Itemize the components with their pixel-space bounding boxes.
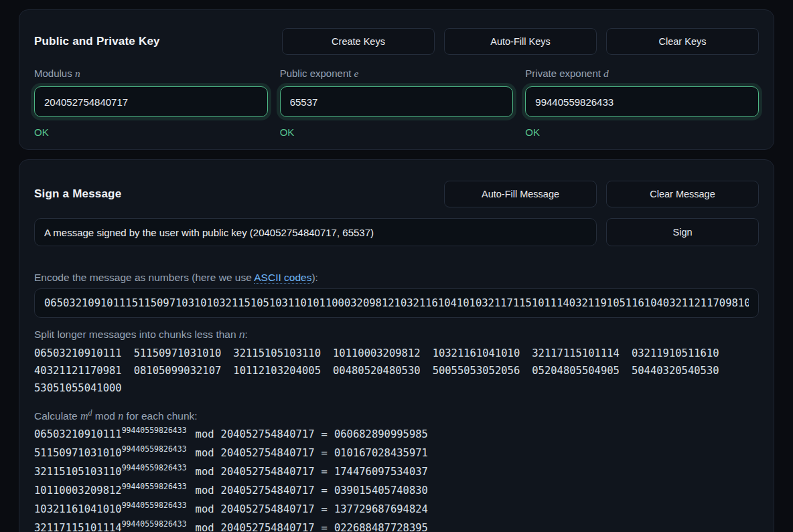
- calc-mod-keyword: mod: [196, 466, 214, 478]
- message-row: Sign: [34, 218, 759, 246]
- encode-label-post: ):: [311, 272, 317, 283]
- calc-mod-keyword: mod: [196, 522, 214, 532]
- chunk-value: 06503210910111: [34, 345, 122, 362]
- key-card-buttons: Create Keys Auto-Fill Keys Clear Keys: [282, 28, 759, 55]
- chunk-value: 03211910511610: [632, 345, 719, 362]
- modulus-status: OK: [34, 126, 268, 140]
- calc-exponent: 99440559826433: [122, 501, 187, 510]
- public-exponent-status: OK: [280, 126, 514, 140]
- calc-modulus: 204052754840717: [221, 503, 315, 515]
- calc-modulus: 204052754840717: [221, 522, 315, 532]
- chunk-value: 05204805504905: [532, 362, 620, 379]
- calc-modulus: 204052754840717: [221, 447, 315, 459]
- calc-modulus: 204052754840717: [221, 428, 315, 440]
- calc-equals: =: [321, 522, 328, 532]
- chunk-value: 53051055041000: [34, 379, 122, 397]
- calc-modulus: 204052754840717: [221, 466, 315, 478]
- split-label-post: :: [245, 329, 248, 340]
- key-card-header: Public and Private Key Create Keys Auto-…: [34, 28, 759, 55]
- sign-message-card: Sign a Message Auto-Fill Message Clear M…: [19, 159, 774, 532]
- calc-result: 022688487728395: [334, 522, 428, 532]
- chunk-value: 32117115101114: [532, 345, 620, 362]
- sign-card-header: Sign a Message Auto-Fill Message Clear M…: [34, 181, 759, 207]
- chunk-value: 10321161041010: [433, 345, 520, 362]
- public-exponent-label-var: e: [354, 68, 359, 79]
- calc-result: 060682890995985: [334, 428, 428, 440]
- calc-label-post: for each chunk:: [123, 410, 197, 422]
- sign-button[interactable]: Sign: [606, 218, 759, 246]
- message-input[interactable]: [34, 218, 597, 246]
- calc-equals: =: [321, 428, 328, 440]
- calc-result: 137729687694824: [334, 503, 428, 515]
- key-card-title: Public and Private Key: [34, 35, 160, 48]
- modulus-input[interactable]: [34, 86, 268, 117]
- calc-mod-keyword: mod: [196, 428, 214, 440]
- private-exponent-field-group: Private exponent d OK: [525, 68, 759, 140]
- sign-card-buttons: Auto-Fill Message Clear Message: [444, 181, 759, 207]
- chunk-value: 10112103204005: [233, 362, 321, 379]
- calc-base: 06503210910111: [34, 428, 122, 440]
- chunk-value: 50440320540530: [632, 362, 719, 379]
- calc-mod-keyword: mod: [196, 447, 214, 459]
- calc-modulus: 204052754840717: [221, 484, 315, 497]
- encode-label: Encode the message as numbers (here we u…: [34, 272, 759, 285]
- autofill-message-button[interactable]: Auto-Fill Message: [444, 181, 597, 207]
- public-exponent-field-group: Public exponent e OK: [280, 68, 514, 140]
- calc-equals: =: [321, 484, 328, 497]
- public-private-key-card: Public and Private Key Create Keys Auto-…: [19, 9, 774, 150]
- chunk-value: 40321121170981: [34, 362, 122, 379]
- calculation-row: 3211711510111499440559826433mod204052754…: [34, 519, 759, 532]
- public-exponent-input[interactable]: [280, 86, 514, 117]
- encoded-message-input[interactable]: [34, 288, 759, 318]
- chunk-value: 50055053052056: [433, 362, 520, 379]
- calc-label-pre: Calculate: [34, 410, 80, 422]
- calc-base: 10110003209812: [34, 484, 122, 497]
- calc-base: 32115105103110: [34, 466, 122, 478]
- calc-mod-keyword: mod: [196, 484, 214, 497]
- calculation-row: 5115097103101099440559826433mod204052754…: [34, 444, 759, 462]
- key-fields: Modulus n OK Public exponent e OK Privat…: [34, 68, 759, 140]
- calc-equals: =: [321, 503, 328, 515]
- calc-exponent: 99440559826433: [122, 426, 187, 435]
- calc-base: 10321161041010: [34, 503, 122, 515]
- create-keys-button[interactable]: Create Keys: [282, 28, 435, 55]
- calculation-row: 0650321091011199440559826433mod204052754…: [34, 425, 759, 444]
- ascii-codes-link[interactable]: ASCII codes: [254, 272, 311, 284]
- calc-label-m: m: [80, 410, 88, 422]
- encode-label-pre: Encode the message as numbers (here we u…: [34, 272, 254, 283]
- calc-result: 039015405740830: [334, 484, 428, 497]
- private-exponent-input[interactable]: [525, 86, 759, 117]
- calc-exponent: 99440559826433: [122, 444, 187, 454]
- calculation-row: 1032116104101099440559826433mod204052754…: [34, 500, 759, 519]
- split-label-pre: Split longer messages into chunks less t…: [34, 329, 239, 340]
- split-label-var: n: [239, 329, 245, 340]
- calc-result: 010167028435971: [334, 447, 428, 459]
- split-chunks-label: Split longer messages into chunks less t…: [34, 329, 759, 342]
- calculation-row: 3211510510311099440559826433mod204052754…: [34, 462, 759, 481]
- public-exponent-label-text: Public exponent: [280, 68, 354, 79]
- calc-equals: =: [321, 466, 328, 478]
- private-exponent-status: OK: [525, 126, 759, 140]
- modulus-label-text: Modulus: [34, 68, 75, 79]
- private-exponent-label-text: Private exponent: [525, 68, 603, 79]
- private-exponent-label: Private exponent d: [525, 68, 759, 81]
- modulus-field-group: Modulus n OK: [34, 68, 268, 140]
- modulus-label: Modulus n: [34, 68, 268, 81]
- calc-result: 174476097534037: [334, 466, 428, 478]
- clear-message-button[interactable]: Clear Message: [606, 181, 759, 207]
- chunk-list: 06503210910111 51150971031010 3211510510…: [34, 345, 759, 397]
- chunk-value: 00480520480530: [333, 362, 421, 379]
- private-exponent-label-var: d: [603, 68, 609, 79]
- sign-card-title: Sign a Message: [34, 187, 121, 201]
- clear-keys-button[interactable]: Clear Keys: [606, 28, 759, 55]
- calculate-label: Calculate md mod n for each chunk:: [34, 408, 759, 421]
- public-exponent-label: Public exponent e: [280, 68, 514, 81]
- calc-exponent: 99440559826433: [122, 463, 187, 472]
- chunk-value: 08105099032107: [134, 362, 222, 379]
- calc-exponent: 99440559826433: [122, 519, 187, 529]
- autofill-keys-button[interactable]: Auto-Fill Keys: [444, 28, 597, 55]
- calc-base: 51150971031010: [34, 447, 122, 459]
- calc-exponent: 99440559826433: [122, 482, 187, 491]
- calc-label-mid: mod: [92, 410, 119, 422]
- calculation-row: 1011000320981299440559826433mod204052754…: [34, 481, 759, 500]
